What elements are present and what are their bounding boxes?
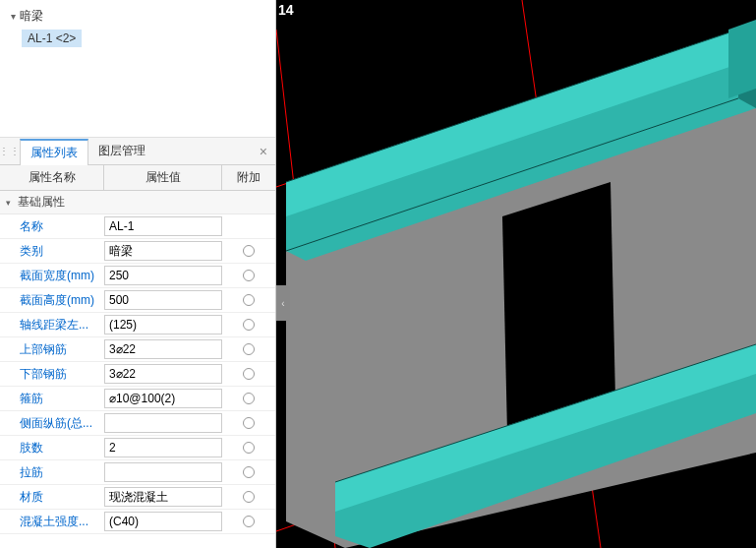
tab-layer-manager[interactable]: 图层管理	[88, 138, 155, 164]
svg-marker-16	[728, 20, 756, 98]
prop-label[interactable]: 下部钢筋	[0, 366, 104, 383]
prop-value-input[interactable]	[104, 413, 222, 433]
grid-header: 属性名称 属性值 附加	[0, 165, 275, 191]
prop-label[interactable]: 肢数	[0, 440, 104, 457]
prop-extra-cell	[222, 245, 275, 257]
col-header-extra[interactable]: 附加	[222, 165, 275, 190]
prop-label[interactable]: 侧面纵筋(总...	[0, 415, 104, 432]
prop-label[interactable]: 上部钢筋	[0, 341, 104, 358]
prop-label[interactable]: 箍筋	[0, 391, 104, 407]
prop-value-cell	[104, 364, 222, 384]
prop-label[interactable]: 轴线距梁左...	[0, 317, 104, 334]
viewport-3d[interactable]: 14 ‹	[276, 0, 756, 548]
prop-value-input[interactable]	[104, 462, 222, 482]
prop-row: 轴线距梁左...	[0, 313, 275, 337]
prop-label[interactable]: 混凝土强度...	[0, 514, 104, 530]
caret-down-icon: ▾	[6, 198, 16, 208]
prop-row: 侧面纵筋(总...	[0, 411, 275, 436]
prop-value-input[interactable]	[104, 315, 222, 335]
radio-icon[interactable]	[243, 343, 255, 355]
caret-down-icon[interactable]: ▾	[8, 11, 18, 22]
prop-extra-cell	[222, 319, 275, 331]
prop-row: 箍筋	[0, 387, 275, 411]
tab-property-list[interactable]: 属性列表	[20, 139, 88, 165]
prop-value-input[interactable]	[104, 389, 222, 408]
tree-child-label[interactable]: AL-1 <2>	[22, 30, 82, 47]
prop-value-cell	[104, 290, 222, 310]
tab-bar: ⋮⋮ 属性列表 图层管理 ×	[0, 138, 275, 165]
prop-extra-cell	[222, 442, 275, 454]
prop-value-input[interactable]	[104, 241, 222, 261]
prop-value-cell	[104, 462, 222, 482]
prop-label[interactable]: 截面高度(mm)	[0, 292, 104, 309]
prop-value-input[interactable]	[104, 487, 222, 507]
radio-icon[interactable]	[243, 442, 255, 454]
radio-icon[interactable]	[243, 294, 255, 306]
prop-value-input[interactable]	[104, 266, 222, 285]
expand-handle-icon[interactable]: ‹	[276, 285, 290, 321]
prop-extra-cell	[222, 294, 275, 306]
prop-value-cell	[104, 339, 222, 359]
prop-label[interactable]: 名称	[0, 218, 104, 235]
prop-row: 肢数	[0, 436, 275, 460]
col-header-name[interactable]: 属性名称	[0, 165, 104, 190]
prop-value-input[interactable]	[104, 290, 222, 310]
prop-row: 材质	[0, 485, 275, 510]
prop-value-cell	[104, 413, 222, 433]
prop-extra-cell	[222, 516, 275, 527]
radio-icon[interactable]	[243, 491, 255, 503]
props-container: 名称类别截面宽度(mm)截面高度(mm)轴线距梁左...上部钢筋下部钢筋箍筋侧面…	[0, 214, 275, 534]
prop-row: 拉筋	[0, 460, 275, 485]
prop-row: 类别	[0, 239, 275, 264]
prop-row: 截面高度(mm)	[0, 288, 275, 313]
radio-icon[interactable]	[243, 270, 255, 281]
prop-value-cell	[104, 315, 222, 335]
prop-value-cell	[104, 438, 222, 457]
left-panel: ▾ 暗梁 AL-1 <2> ⋮⋮ 属性列表 图层管理 × 属性名称 属性值 附加…	[0, 0, 276, 548]
prop-row: 截面宽度(mm)	[0, 264, 275, 288]
prop-label[interactable]: 截面宽度(mm)	[0, 268, 104, 284]
prop-extra-cell	[222, 343, 275, 355]
prop-extra-cell	[222, 491, 275, 503]
prop-label[interactable]: 拉筋	[0, 464, 104, 481]
prop-row: 混凝土强度...	[0, 510, 275, 534]
prop-value-input[interactable]	[104, 438, 222, 457]
prop-value-input[interactable]	[104, 512, 222, 531]
tree-area: ▾ 暗梁 AL-1 <2>	[0, 0, 275, 138]
prop-extra-cell	[222, 417, 275, 429]
tree-root-row[interactable]: ▾ 暗梁	[8, 6, 267, 26]
prop-value-cell	[104, 487, 222, 507]
prop-label[interactable]: 材质	[0, 489, 104, 506]
radio-icon[interactable]	[243, 368, 255, 380]
prop-extra-cell	[222, 466, 275, 478]
prop-value-input[interactable]	[104, 216, 222, 236]
prop-value-cell	[104, 512, 222, 531]
close-icon[interactable]: ×	[260, 144, 267, 159]
prop-row: 名称	[0, 214, 275, 239]
prop-extra-cell	[222, 270, 275, 281]
axis-label: 14	[278, 2, 294, 18]
tree-child-row[interactable]: AL-1 <2>	[22, 30, 267, 47]
radio-icon[interactable]	[243, 417, 255, 429]
radio-icon[interactable]	[243, 466, 255, 478]
radio-icon[interactable]	[243, 319, 255, 331]
prop-value-cell	[104, 389, 222, 408]
radio-icon[interactable]	[243, 393, 255, 404]
prop-extra-cell	[222, 393, 275, 404]
svg-marker-6	[502, 182, 615, 433]
prop-value-cell	[104, 266, 222, 285]
group-basic-label: 基础属性	[18, 194, 65, 211]
col-header-value[interactable]: 属性值	[104, 165, 222, 190]
prop-row: 下部钢筋	[0, 362, 275, 387]
prop-label[interactable]: 类别	[0, 243, 104, 260]
prop-value-cell	[104, 241, 222, 261]
prop-value-cell	[104, 216, 222, 236]
tree-root-label: 暗梁	[20, 8, 43, 25]
prop-value-input[interactable]	[104, 364, 222, 384]
prop-row: 上部钢筋	[0, 337, 275, 362]
radio-icon[interactable]	[243, 245, 255, 257]
radio-icon[interactable]	[243, 516, 255, 527]
group-basic-row[interactable]: ▾ 基础属性	[0, 191, 275, 214]
drag-handle-icon[interactable]: ⋮⋮	[0, 146, 20, 156]
prop-value-input[interactable]	[104, 339, 222, 359]
